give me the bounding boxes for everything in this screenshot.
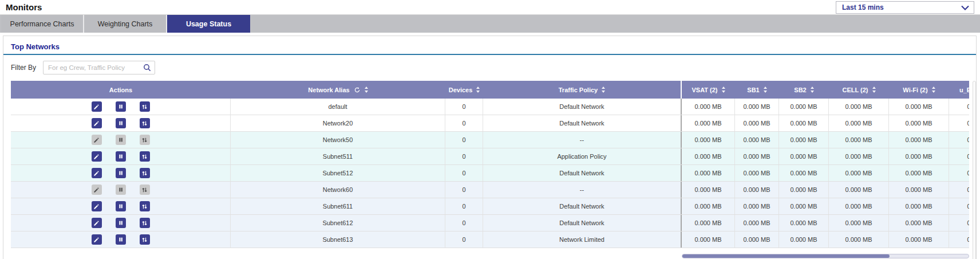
edit-button[interactable] [92, 101, 102, 112]
column-label: VSAT (2) [691, 87, 717, 93]
cell-actions [11, 165, 231, 181]
cell-metric: 0.000 MB [682, 182, 735, 198]
sort-arrows-icon[interactable] [476, 87, 480, 93]
cell-traffic-policy: Default Network [483, 165, 682, 181]
cell-devices: 0 [445, 231, 483, 248]
tab-performance-charts[interactable]: Performance Charts [1, 15, 84, 33]
edit-button[interactable] [92, 218, 102, 228]
column-header-sb1[interactable]: SB1 [735, 81, 779, 99]
edit-button[interactable] [92, 151, 102, 162]
sort-arrows-icon[interactable] [764, 87, 767, 93]
cell-metric: 0.000 MB [682, 215, 735, 231]
refresh-icon[interactable] [354, 87, 361, 93]
filter-input[interactable] [43, 61, 155, 74]
cell-metric: 0.000 MB [735, 165, 779, 181]
pause-button[interactable] [116, 135, 126, 145]
column-header-wi-fi-2[interactable]: Wi-Fi (2) [889, 81, 949, 99]
pause-button[interactable] [116, 185, 126, 195]
sort-arrows-icon[interactable] [365, 87, 368, 93]
sort-arrows-icon[interactable] [722, 87, 725, 93]
edit-button[interactable] [92, 118, 102, 128]
horizontal-scrollbar-thumb[interactable] [682, 254, 890, 258]
column-header-sb2[interactable]: SB2 [779, 81, 829, 99]
column-label: Network Alias [308, 87, 349, 93]
cell-metric: 0.000 MB [829, 165, 889, 181]
edit-button[interactable] [92, 135, 102, 145]
pause-button[interactable] [116, 151, 126, 162]
traffic-updown-button[interactable] [140, 151, 150, 162]
cell-metric: 0.000 MB [682, 115, 735, 131]
column-label: Actions [109, 87, 132, 93]
sort-arrows-icon[interactable] [811, 87, 814, 93]
cell-metric: 0.000 MB [682, 165, 735, 181]
edit-button[interactable] [92, 234, 102, 245]
traffic-updown-button[interactable] [140, 185, 150, 195]
cell-metric: 0.000 MB [779, 198, 829, 214]
cell-metric: 0.000 MB [949, 99, 969, 115]
edit-icon [93, 120, 100, 127]
traffic-updown-icon [141, 187, 148, 193]
tab-weighting-charts[interactable]: Weighting Charts [84, 15, 167, 33]
pause-button[interactable] [116, 234, 126, 245]
cell-network-alias: default [231, 99, 445, 115]
column-header-devices[interactable]: Devices [445, 81, 483, 99]
cell-traffic-policy: -- [483, 182, 682, 198]
pause-button[interactable] [116, 201, 126, 211]
edit-button[interactable] [92, 185, 102, 195]
sort-arrows-icon[interactable] [602, 87, 605, 93]
pause-icon [118, 187, 124, 193]
column-label: SB1 [747, 87, 759, 93]
sort-arrows-icon[interactable] [932, 87, 935, 93]
table-row: default0Default Network0.000 MB0.000 MB0… [11, 99, 969, 115]
traffic-updown-button[interactable] [140, 135, 150, 145]
tab-usage-status[interactable]: Usage Status [167, 15, 250, 33]
traffic-updown-button[interactable] [140, 118, 150, 128]
top-bar: Monitors Last 15 mins [0, 0, 980, 15]
cell-metric: 0.000 MB [682, 231, 735, 248]
traffic-updown-button[interactable] [140, 168, 150, 178]
edit-button[interactable] [92, 201, 102, 211]
panel-heading: Top Networks [11, 42, 60, 51]
search-icon[interactable] [143, 64, 151, 72]
cell-traffic-policy: Default Network [483, 215, 682, 231]
traffic-updown-button[interactable] [140, 234, 150, 245]
cell-metric: 0.000 MB [779, 148, 829, 164]
table-row: Subnet6120Default Network0.000 MB0.000 M… [11, 215, 969, 231]
traffic-updown-button[interactable] [140, 101, 150, 112]
cell-metric: 0.000 MB [779, 215, 829, 231]
cell-actions [11, 132, 231, 148]
cell-network-alias: Network60 [231, 182, 445, 198]
traffic-updown-button[interactable] [140, 218, 150, 228]
column-header-traffic-policy[interactable]: Traffic Policy [483, 81, 682, 99]
pause-button[interactable] [116, 168, 126, 178]
edit-icon [93, 187, 100, 193]
cell-metric: 0.000 MB [889, 231, 949, 248]
vertical-scrollbar[interactable] [973, 81, 976, 259]
edit-icon [93, 237, 100, 243]
column-header-network-alias[interactable]: Network Alias [231, 81, 445, 99]
cell-metric: 0.000 MB [735, 198, 779, 214]
pause-button[interactable] [116, 101, 126, 112]
traffic-updown-button[interactable] [140, 201, 150, 211]
pause-button[interactable] [116, 218, 126, 228]
cell-metric: 0.000 MB [949, 115, 969, 131]
table-row: Subnet6130Network Limited0.000 MB0.000 M… [11, 231, 969, 248]
time-range-dropdown[interactable]: Last 15 mins [836, 1, 974, 14]
cell-actions [11, 182, 231, 198]
cell-metric: 0.000 MB [735, 99, 779, 115]
column-header-vsat-2[interactable]: VSAT (2) [682, 81, 735, 99]
cell-metric: 0.000 MB [949, 182, 969, 198]
top-networks-table: ActionsNetwork AliasDevicesTraffic Polic… [11, 81, 969, 248]
cell-metric: 0.000 MB [829, 182, 889, 198]
cell-metric: 0.000 MB [889, 99, 949, 115]
cell-metric: 0.000 MB [735, 215, 779, 231]
cell-metric: 0.000 MB [889, 198, 949, 214]
edit-icon [93, 154, 100, 160]
sort-arrows-icon[interactable] [872, 87, 876, 93]
cell-metric: 0.000 MB [779, 99, 829, 115]
pause-button[interactable] [116, 118, 126, 128]
edit-button[interactable] [92, 168, 102, 178]
column-header-cell-2[interactable]: CELL (2) [829, 81, 889, 99]
filter-by-label: Filter By [11, 64, 36, 72]
horizontal-scrollbar[interactable] [682, 254, 969, 258]
